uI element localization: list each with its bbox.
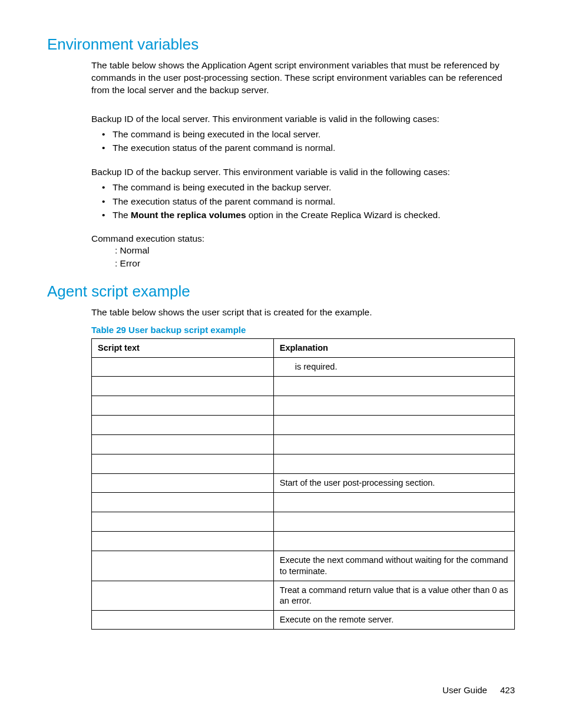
cell-script bbox=[92, 492, 274, 512]
cell-script bbox=[92, 358, 274, 377]
page-footer: User Guide423 bbox=[442, 685, 515, 695]
table-row bbox=[92, 435, 515, 454]
table-caption: Table 29 User backup script example bbox=[91, 325, 515, 335]
cell-script bbox=[92, 454, 274, 474]
cell-explanation: Execute the next command without waiting… bbox=[273, 551, 514, 581]
table-header-row: Script text Explanation bbox=[92, 339, 515, 358]
cell-explanation: Treat a command return value that is a v… bbox=[273, 581, 514, 611]
cell-script bbox=[92, 396, 274, 416]
list-item: The command is being executed in the bac… bbox=[102, 181, 515, 194]
cell-script bbox=[92, 474, 274, 493]
env-backup-bullets: The command is being executed in the bac… bbox=[102, 181, 515, 222]
table-row bbox=[92, 377, 515, 396]
cell-explanation: Execute on the remote server. bbox=[273, 611, 514, 630]
example-body: The table below shows the user script th… bbox=[91, 307, 515, 630]
env-local-bullets: The command is being executed in the loc… bbox=[102, 128, 515, 154]
cell-script bbox=[92, 377, 274, 396]
cell-explanation bbox=[273, 531, 514, 551]
cell-explanation: is required. bbox=[273, 358, 514, 377]
expl-pad: is required. bbox=[280, 361, 338, 373]
cell-explanation bbox=[273, 492, 514, 512]
env-body: The table below shows the Application Ag… bbox=[91, 60, 515, 269]
cell-script bbox=[92, 512, 274, 531]
heading-agent-script-example: Agent script example bbox=[47, 282, 515, 301]
cell-script bbox=[92, 551, 274, 581]
page: Environment variables The table below sh… bbox=[0, 0, 562, 728]
footer-label: User Guide bbox=[442, 685, 487, 695]
table-row bbox=[92, 416, 515, 435]
status-label: Command execution status: bbox=[91, 233, 515, 244]
table-row bbox=[92, 531, 515, 551]
bullet-pre: The bbox=[113, 210, 131, 220]
table-row bbox=[92, 492, 515, 512]
col-script-text: Script text bbox=[92, 339, 274, 358]
status-error: : Error bbox=[115, 257, 515, 270]
page-number: 423 bbox=[500, 685, 515, 695]
cell-explanation bbox=[273, 435, 514, 454]
cell-script bbox=[92, 611, 274, 630]
cell-script bbox=[92, 435, 274, 454]
table-row: Execute the next command without waiting… bbox=[92, 551, 515, 581]
list-item: The execution status of the parent comma… bbox=[102, 141, 515, 154]
status-block: Command execution status: : Normal : Err… bbox=[91, 233, 515, 269]
example-intro: The table below shows the user script th… bbox=[91, 307, 515, 319]
cell-script bbox=[92, 581, 274, 611]
table-row: Execute on the remote server. bbox=[92, 611, 515, 630]
list-item: The Mount the replica volumes option in … bbox=[102, 209, 515, 222]
table-row bbox=[92, 454, 515, 474]
script-table: Script text Explanation is required. bbox=[91, 338, 515, 630]
env-local-lead: Backup ID of the local server. This envi… bbox=[91, 113, 515, 126]
table-row bbox=[92, 512, 515, 531]
col-explanation: Explanation bbox=[273, 339, 514, 358]
cell-explanation bbox=[273, 454, 514, 474]
table-row: Treat a command return value that is a v… bbox=[92, 581, 515, 611]
cell-explanation bbox=[273, 396, 514, 416]
bullet-bold: Mount the replica volumes bbox=[131, 210, 246, 220]
list-item: The execution status of the parent comma… bbox=[102, 195, 515, 208]
table-row: is required. bbox=[92, 358, 515, 377]
cell-explanation: Start of the user post-processing sectio… bbox=[273, 474, 514, 493]
cell-explanation bbox=[273, 416, 514, 435]
env-intro: The table below shows the Application Ag… bbox=[91, 60, 515, 97]
heading-environment-variables: Environment variables bbox=[47, 35, 515, 54]
cell-script bbox=[92, 531, 274, 551]
cell-explanation bbox=[273, 512, 514, 531]
env-backup-lead: Backup ID of the backup server. This env… bbox=[91, 166, 515, 179]
table-row bbox=[92, 396, 515, 416]
table-row: Start of the user post-processing sectio… bbox=[92, 474, 515, 493]
list-item: The command is being executed in the loc… bbox=[102, 128, 515, 141]
cell-script bbox=[92, 416, 274, 435]
bullet-post: option in the Create Replica Wizard is c… bbox=[246, 210, 441, 220]
cell-explanation bbox=[273, 377, 514, 396]
status-normal: : Normal bbox=[115, 244, 515, 257]
